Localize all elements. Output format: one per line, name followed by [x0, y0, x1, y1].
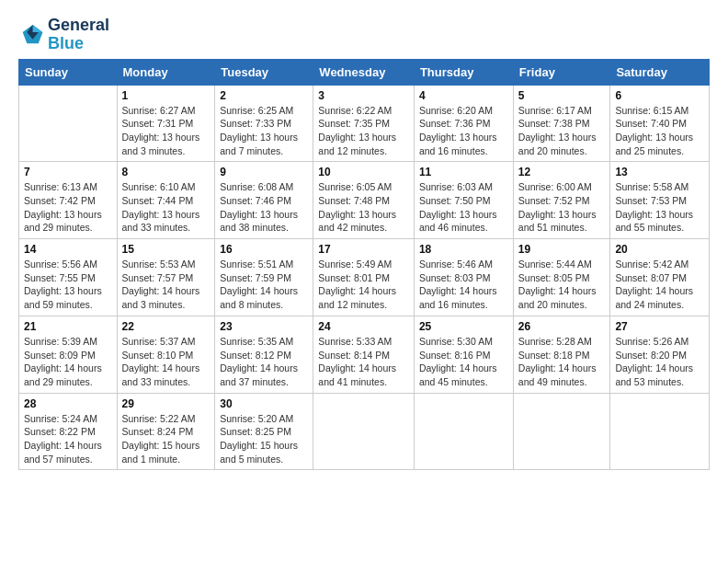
calendar-cell: 9Sunrise: 6:08 AMSunset: 7:46 PMDaylight…	[215, 162, 313, 239]
calendar-cell	[313, 393, 415, 470]
calendar-header-wednesday: Wednesday	[313, 59, 415, 85]
day-number: 2	[220, 89, 308, 102]
day-info: Sunrise: 5:53 AMSunset: 7:57 PMDaylight:…	[122, 258, 210, 312]
day-number: 11	[419, 166, 508, 178]
day-info: Sunrise: 6:10 AMSunset: 7:44 PMDaylight:…	[122, 180, 210, 235]
day-info: Sunrise: 6:03 AMSunset: 7:50 PMDaylight:…	[419, 180, 508, 235]
day-number: 3	[318, 89, 409, 102]
day-info: Sunrise: 5:24 AMSunset: 8:22 PMDaylight:…	[24, 412, 112, 466]
calendar-week-row: 14Sunrise: 5:56 AMSunset: 7:55 PMDayligh…	[19, 239, 710, 316]
day-number: 27	[615, 320, 704, 333]
logo-icon	[18, 22, 44, 48]
page: General Blue SundayMondayTuesdayWednesda…	[0, 0, 728, 563]
day-number: 25	[419, 320, 508, 333]
calendar-week-row: 7Sunrise: 6:13 AMSunset: 7:42 PMDaylight…	[19, 162, 710, 239]
day-number: 17	[318, 243, 409, 256]
day-info: Sunrise: 5:58 AMSunset: 7:53 PMDaylight:…	[615, 180, 704, 235]
day-number: 7	[24, 166, 112, 178]
day-info: Sunrise: 5:39 AMSunset: 8:09 PMDaylight:…	[24, 335, 112, 389]
logo-text: General Blue	[48, 17, 109, 53]
day-number: 30	[220, 397, 308, 410]
day-number: 12	[518, 166, 606, 178]
header: General Blue	[18, 17, 710, 53]
day-info: Sunrise: 5:42 AMSunset: 8:07 PMDaylight:…	[615, 258, 704, 312]
calendar-cell	[610, 393, 710, 470]
calendar-cell: 11Sunrise: 6:03 AMSunset: 7:50 PMDayligh…	[414, 162, 513, 239]
calendar-header-thursday: Thursday	[414, 59, 513, 85]
day-number: 6	[615, 89, 704, 102]
calendar-header-sunday: Sunday	[19, 59, 118, 85]
calendar-cell: 6Sunrise: 6:15 AMSunset: 7:40 PMDaylight…	[610, 85, 710, 162]
day-info: Sunrise: 5:26 AMSunset: 8:20 PMDaylight:…	[615, 335, 704, 389]
day-number: 28	[24, 397, 112, 410]
calendar-cell: 10Sunrise: 6:05 AMSunset: 7:48 PMDayligh…	[313, 162, 415, 239]
day-info: Sunrise: 6:00 AMSunset: 7:52 PMDaylight:…	[518, 180, 606, 235]
calendar-cell	[19, 85, 118, 162]
day-info: Sunrise: 5:49 AMSunset: 8:01 PMDaylight:…	[318, 258, 409, 312]
calendar-cell: 2Sunrise: 6:25 AMSunset: 7:33 PMDaylight…	[215, 85, 313, 162]
calendar-cell	[513, 393, 610, 470]
calendar-table: SundayMondayTuesdayWednesdayThursdayFrid…	[18, 59, 710, 471]
day-number: 14	[24, 243, 112, 256]
day-number: 26	[518, 320, 606, 333]
day-info: Sunrise: 6:22 AMSunset: 7:35 PMDaylight:…	[318, 104, 409, 158]
day-number: 20	[615, 243, 704, 256]
calendar-header-row: SundayMondayTuesdayWednesdayThursdayFrid…	[19, 59, 710, 85]
day-info: Sunrise: 6:25 AMSunset: 7:33 PMDaylight:…	[220, 104, 308, 158]
day-number: 9	[220, 166, 308, 178]
calendar-cell: 8Sunrise: 6:10 AMSunset: 7:44 PMDaylight…	[117, 162, 215, 239]
day-number: 5	[518, 89, 606, 102]
day-info: Sunrise: 5:33 AMSunset: 8:14 PMDaylight:…	[318, 335, 409, 389]
day-info: Sunrise: 5:56 AMSunset: 7:55 PMDaylight:…	[24, 258, 112, 312]
calendar-cell: 14Sunrise: 5:56 AMSunset: 7:55 PMDayligh…	[19, 239, 118, 316]
day-info: Sunrise: 5:35 AMSunset: 8:12 PMDaylight:…	[220, 335, 308, 389]
calendar-cell	[414, 393, 513, 470]
day-info: Sunrise: 5:28 AMSunset: 8:18 PMDaylight:…	[518, 335, 606, 389]
calendar-cell: 15Sunrise: 5:53 AMSunset: 7:57 PMDayligh…	[117, 239, 215, 316]
day-info: Sunrise: 6:17 AMSunset: 7:38 PMDaylight:…	[518, 104, 606, 158]
day-number: 10	[318, 166, 409, 178]
calendar-cell: 23Sunrise: 5:35 AMSunset: 8:12 PMDayligh…	[215, 316, 313, 393]
calendar-cell: 22Sunrise: 5:37 AMSunset: 8:10 PMDayligh…	[117, 316, 215, 393]
day-number: 4	[419, 89, 508, 102]
day-info: Sunrise: 5:30 AMSunset: 8:16 PMDaylight:…	[419, 335, 508, 389]
calendar-cell: 12Sunrise: 6:00 AMSunset: 7:52 PMDayligh…	[513, 162, 610, 239]
calendar-header-saturday: Saturday	[610, 59, 710, 85]
day-number: 13	[615, 166, 704, 178]
calendar-cell: 1Sunrise: 6:27 AMSunset: 7:31 PMDaylight…	[117, 85, 215, 162]
day-number: 8	[122, 166, 210, 178]
calendar-cell: 28Sunrise: 5:24 AMSunset: 8:22 PMDayligh…	[19, 393, 118, 470]
calendar-cell: 13Sunrise: 5:58 AMSunset: 7:53 PMDayligh…	[610, 162, 710, 239]
day-info: Sunrise: 6:20 AMSunset: 7:36 PMDaylight:…	[419, 104, 508, 158]
calendar-cell: 25Sunrise: 5:30 AMSunset: 8:16 PMDayligh…	[414, 316, 513, 393]
day-number: 1	[122, 89, 210, 102]
calendar-cell: 16Sunrise: 5:51 AMSunset: 7:59 PMDayligh…	[215, 239, 313, 316]
day-info: Sunrise: 6:27 AMSunset: 7:31 PMDaylight:…	[122, 104, 210, 158]
day-info: Sunrise: 6:08 AMSunset: 7:46 PMDaylight:…	[220, 180, 308, 235]
day-number: 24	[318, 320, 409, 333]
logo: General Blue	[18, 17, 109, 53]
calendar-cell: 27Sunrise: 5:26 AMSunset: 8:20 PMDayligh…	[610, 316, 710, 393]
day-number: 29	[122, 397, 210, 410]
calendar-cell: 26Sunrise: 5:28 AMSunset: 8:18 PMDayligh…	[513, 316, 610, 393]
day-number: 18	[419, 243, 508, 256]
day-number: 19	[518, 243, 606, 256]
calendar-cell: 20Sunrise: 5:42 AMSunset: 8:07 PMDayligh…	[610, 239, 710, 316]
day-info: Sunrise: 6:15 AMSunset: 7:40 PMDaylight:…	[615, 104, 704, 158]
calendar-week-row: 21Sunrise: 5:39 AMSunset: 8:09 PMDayligh…	[19, 316, 710, 393]
calendar-cell: 19Sunrise: 5:44 AMSunset: 8:05 PMDayligh…	[513, 239, 610, 316]
calendar-cell: 17Sunrise: 5:49 AMSunset: 8:01 PMDayligh…	[313, 239, 415, 316]
calendar-cell: 24Sunrise: 5:33 AMSunset: 8:14 PMDayligh…	[313, 316, 415, 393]
day-info: Sunrise: 5:46 AMSunset: 8:03 PMDaylight:…	[419, 258, 508, 312]
calendar-cell: 21Sunrise: 5:39 AMSunset: 8:09 PMDayligh…	[19, 316, 118, 393]
day-info: Sunrise: 6:05 AMSunset: 7:48 PMDaylight:…	[318, 180, 409, 235]
day-info: Sunrise: 5:44 AMSunset: 8:05 PMDaylight:…	[518, 258, 606, 312]
calendar-header-friday: Friday	[513, 59, 610, 85]
day-info: Sunrise: 5:37 AMSunset: 8:10 PMDaylight:…	[122, 335, 210, 389]
day-info: Sunrise: 5:51 AMSunset: 7:59 PMDaylight:…	[220, 258, 308, 312]
calendar-week-row: 28Sunrise: 5:24 AMSunset: 8:22 PMDayligh…	[19, 393, 710, 470]
day-number: 16	[220, 243, 308, 256]
calendar-cell: 29Sunrise: 5:22 AMSunset: 8:24 PMDayligh…	[117, 393, 215, 470]
calendar-cell: 7Sunrise: 6:13 AMSunset: 7:42 PMDaylight…	[19, 162, 118, 239]
calendar-cell: 5Sunrise: 6:17 AMSunset: 7:38 PMDaylight…	[513, 85, 610, 162]
